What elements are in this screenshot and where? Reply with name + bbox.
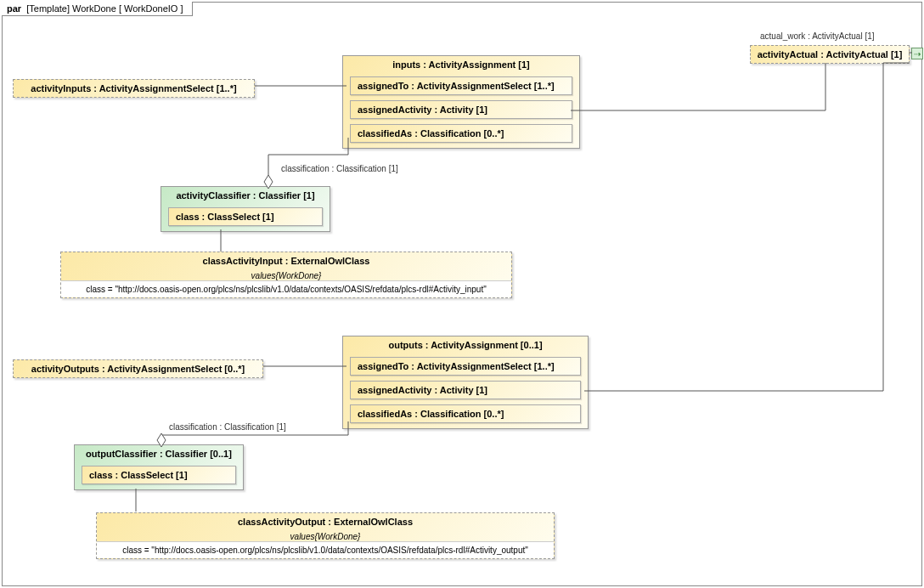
- box-title: classActivityInput : ExternalOwlClass: [61, 252, 511, 269]
- box-activity-outputs[interactable]: activityOutputs : ActivityAssignmentSele…: [13, 359, 263, 378]
- slot-class[interactable]: class : ClassSelect [1]: [82, 466, 236, 484]
- box-class-activity-output[interactable]: classActivityOutput : ExternalOwlClass v…: [96, 512, 555, 559]
- box-title: inputs : ActivityAssignment [1]: [343, 56, 579, 73]
- owl-values-tag: values{WorkDone}: [61, 269, 511, 280]
- slot-classified-as[interactable]: classifiedAs : Classification [0..*]: [350, 124, 572, 143]
- diagram-frame: par [Template] WorkDone [ WorkDoneIO ] a…: [2, 2, 922, 586]
- box-title: outputClassifier : Classifier [0..1]: [75, 445, 243, 462]
- slot-assigned-activity[interactable]: assignedActivity : Activity [1]: [350, 100, 572, 119]
- box-title: activityActual : ActivityActual [1]: [751, 46, 909, 63]
- frame-label: par [Template] WorkDone [ WorkDoneIO ]: [2, 2, 193, 16]
- box-title: activityInputs : ActivityAssignmentSelec…: [14, 80, 254, 97]
- box-inputs[interactable]: inputs : ActivityAssignment [1] assigned…: [342, 55, 580, 149]
- frame-name: WorkDone: [72, 3, 116, 14]
- box-outputs[interactable]: outputs : ActivityAssignment [0..1] assi…: [342, 336, 589, 429]
- slot-classified-as[interactable]: classifiedAs : Classification [0..*]: [350, 404, 581, 423]
- owl-class-value: class = "http://docs.oasis-open.org/plcs…: [61, 280, 511, 297]
- flow-port-icon[interactable]: ⇢: [911, 48, 923, 59]
- box-title: classActivityOutput : ExternalOwlClass: [97, 513, 554, 530]
- box-title: outputs : ActivityAssignment [0..1]: [343, 336, 588, 353]
- arrow-right-icon: ⇢: [914, 49, 921, 59]
- box-activity-classifier[interactable]: activityClassifier : Classifier [1] clas…: [161, 186, 330, 232]
- box-title: activityOutputs : ActivityAssignmentSele…: [14, 360, 262, 377]
- box-title: activityClassifier : Classifier [1]: [161, 187, 330, 204]
- owl-class-value: class = "http://docs.oasis-open.org/plcs…: [97, 541, 554, 558]
- edge-label-classification-1: classification : Classification [1]: [281, 164, 398, 173]
- box-activity-actual[interactable]: activityActual : ActivityActual [1]: [750, 45, 910, 64]
- box-activity-inputs[interactable]: activityInputs : ActivityAssignmentSelec…: [13, 79, 255, 98]
- frame-context: [ WorkDoneIO ]: [119, 3, 183, 14]
- box-class-activity-input[interactable]: classActivityInput : ExternalOwlClass va…: [60, 252, 512, 298]
- edge-label-classification-2: classification : Classification [1]: [169, 422, 286, 432]
- slot-assigned-activity[interactable]: assignedActivity : Activity [1]: [350, 381, 581, 399]
- slot-assigned-to[interactable]: assignedTo : ActivityAssignmentSelect [1…: [350, 76, 572, 95]
- box-output-classifier[interactable]: outputClassifier : Classifier [0..1] cla…: [74, 444, 244, 490]
- slot-class[interactable]: class : ClassSelect [1]: [168, 207, 323, 226]
- edge-label-actual-work: actual_work : ActivityActual [1]: [760, 31, 875, 41]
- frame-kind: par: [7, 3, 21, 14]
- owl-values-tag: values{WorkDone}: [97, 530, 554, 541]
- slot-assigned-to[interactable]: assignedTo : ActivityAssignmentSelect [1…: [350, 357, 581, 376]
- frame-stereotype: [Template]: [26, 3, 70, 14]
